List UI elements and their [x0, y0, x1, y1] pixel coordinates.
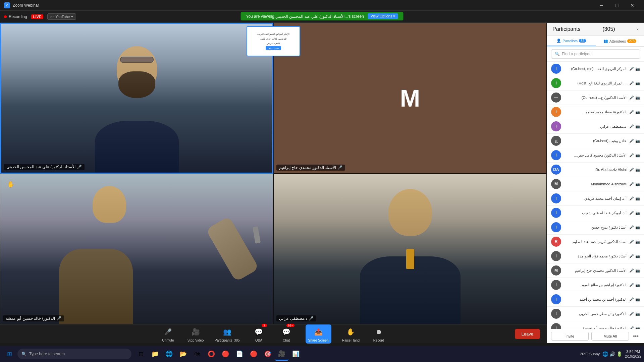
youtube-button[interactable]: on YouTube ▾ — [47, 13, 76, 20]
panel-count: (305) — [602, 26, 615, 32]
file-explorer-icon[interactable]: 📁 — [148, 347, 162, 361]
participant-icons: 🎤📷 — [629, 96, 640, 100]
store-icon[interactable]: 🛍 — [191, 347, 204, 361]
start-button[interactable]: ⊞ — [3, 347, 16, 361]
mic-status-icon: 🎤 — [629, 168, 634, 172]
app8-icon[interactable]: 🔴 — [247, 347, 260, 361]
app11-icon[interactable]: 📊 — [289, 347, 303, 361]
mic-status-icon: 🎤 — [629, 225, 634, 230]
mute-all-button[interactable]: Mute All — [591, 332, 629, 341]
participant-name: الدكتور/ إبراهيم بن صالح العبود — [564, 283, 627, 287]
participants-label: Participants 305 — [215, 339, 240, 342]
participant-item: Mالأستاذ الدكتور محمدي حاج إبراهيم🎤📷 — [547, 263, 644, 278]
participant-icons: 🎤📷 — [629, 67, 640, 71]
chat-icon: 💬 99+ — [280, 326, 292, 338]
taskbar: ⊞ 🔍 Type here to search ⊟ 📁 🌐 📂 🛍 ⭕ 🔴 📄 … — [0, 346, 644, 362]
participant-avatar: I — [551, 280, 561, 290]
participant-avatar: DA — [551, 165, 561, 175]
cell1-name: الأستاذ الدكتور/ علي عبد المحسن الحديني — [6, 165, 75, 169]
camera-status-icon: 📷 — [635, 268, 640, 273]
participant-item: Iأ.د. أبوبكر عبدالله علي شعيب🎤📷 — [547, 206, 644, 220]
view-options-button[interactable]: View Options ▾ — [368, 13, 398, 19]
participant-name: أستاذ الدكتورة/ ريم أحمد عبد العظيم — [564, 240, 627, 244]
mic-status-icon: 🎤 — [629, 268, 634, 273]
tab-panelists[interactable]: 👤 Panelists 32 — [547, 36, 596, 46]
speaker-icon: 🔊 — [609, 351, 615, 357]
participant-name: د.مصطفى عرابي — [564, 124, 627, 129]
battery-icon: 🔋 — [616, 351, 622, 357]
mic-status-icon: 🎤 — [629, 196, 634, 201]
camera-status-icon: 📷 — [635, 225, 640, 230]
participant-name: ... المركز التربوي للغة الع (Host) — [564, 81, 627, 85]
leave-button[interactable]: Leave — [515, 329, 540, 339]
share-screen-button[interactable]: 📤 Share Screen — [306, 324, 331, 344]
participant-item: Rأستاذ الدكتورة/ ريم أحمد عبد العظيم🎤📷 — [547, 235, 644, 249]
camera-status-icon: 📷 — [635, 240, 640, 244]
zoom-taskbar-icon[interactable]: 🎥 — [275, 347, 288, 361]
camera-status-icon: 📷 — [635, 81, 640, 85]
participant-name: المركز التربوي للغة... (Co-host, me) — [564, 67, 627, 71]
participant-item: Iد.مصطفى عرابي🎤📷 — [547, 119, 644, 134]
app9-icon[interactable]: 🎯 — [261, 347, 274, 361]
panelists-icon: 👤 — [556, 39, 561, 43]
attendees-icon: 👥 — [603, 39, 608, 43]
youtube-dropdown-icon: ▾ — [71, 14, 73, 19]
notification-text: You are viewing الأستاذ الدكتور/ علي عبد… — [246, 14, 364, 19]
mic-status-icon: 🎤 — [629, 283, 634, 287]
participant-icons: 🎤📷 — [629, 196, 640, 201]
tab-attendees[interactable]: 👥 Attendees 273 — [596, 36, 644, 46]
screen-share-thumbnail[interactable]: الإطار البرنامج لتعليم اللغة العربية للن… — [247, 26, 300, 56]
mic-status-icon: 🎤 — [629, 326, 634, 329]
stop-video-button[interactable]: 🎥 Stop Video — [187, 326, 204, 342]
notification-bar: Recording LIVE on YouTube ▾ You are view… — [0, 11, 644, 23]
chat-button[interactable]: 💬 99+ Chat — [278, 326, 295, 342]
participant-avatar: I — [551, 208, 561, 218]
taskbar-right: 26°C Sunny 🌐 🔊 🔋 3:54 PM 2/19/2022 — [580, 349, 641, 359]
app7-icon[interactable]: 📄 — [233, 347, 246, 361]
avatar-M: M — [274, 23, 546, 173]
participant-icons: 🎤📷 — [629, 225, 640, 230]
mic-icon-3: 🎤 — [56, 316, 61, 321]
record-button[interactable]: ⏺ Record — [370, 326, 387, 342]
qa-button[interactable]: 💬 3 Q&A — [251, 326, 267, 342]
taskbar-search-placeholder: Type here to search — [29, 352, 65, 356]
participant-icons: 🎤📷 — [629, 139, 640, 143]
participants-button[interactable]: 👥 Participants 305 — [215, 326, 240, 342]
task-view-button[interactable]: ⊟ — [134, 347, 148, 361]
participant-icons: 🎤📷 — [629, 124, 640, 129]
search-input-wrapper[interactable]: 🔍 Find a participant — [551, 49, 640, 59]
collapse-icon[interactable]: ‹ — [637, 26, 639, 32]
participant-item: Iالدكتور/ وائل مطر حسن الحربي🎤📷 — [547, 307, 644, 321]
taskbar-search-bar[interactable]: 🔍 Type here to search — [17, 349, 131, 359]
app5-icon[interactable]: ⭕ — [205, 347, 218, 361]
more-options-button[interactable]: ••• — [632, 332, 640, 341]
maximize-button[interactable]: □ — [609, 0, 625, 11]
participant-avatar: M — [551, 179, 561, 189]
participant-avatar: I — [551, 251, 561, 261]
app6-icon[interactable]: 🔴 — [219, 347, 232, 361]
unmute-label: Unmute — [162, 339, 174, 342]
participant-item: Iالمركز التربوي للغة... (Co-host, me)🎤📷 — [547, 62, 644, 76]
camera-status-icon: 📷 — [635, 139, 640, 143]
taskbar-app-icons: ⊟ 📁 🌐 📂 🛍 ⭕ 🔴 📄 🔴 🎯 🎥 📊 — [134, 347, 303, 361]
edge-icon[interactable]: 🌐 — [162, 347, 176, 361]
video-label-3: 🎤 الدكتور/ خالد حسين أبو عمشة — [3, 315, 64, 321]
participant-name: أستاذ دكتور/ بدوح حسن — [564, 225, 627, 230]
folder-icon[interactable]: 📂 — [176, 347, 190, 361]
unmute-button[interactable]: 🎤 Unmute — [160, 326, 176, 342]
thumb-arabic-line1: الإطار البرنامج لتعليم اللغة العربية — [257, 33, 289, 36]
window-controls[interactable]: ─ □ ✕ — [594, 0, 640, 11]
attendees-label: Attendees — [609, 39, 626, 43]
participants-icon: 👥 — [221, 326, 233, 338]
video-label-1: 🎤 الأستاذ الدكتور/ علي عبد المحسن الحدين… — [4, 164, 85, 170]
time-display: 3:54 PM — [625, 349, 641, 354]
close-button[interactable]: ✕ — [625, 0, 640, 11]
participant-item: Iالأستاذ الدكتور/ محمود كامل حص...🎤📷 — [547, 148, 644, 163]
mic-icon-1: 🎤 — [77, 165, 82, 169]
participant-avatar: I — [551, 294, 561, 304]
record-label: Record — [373, 339, 384, 342]
cell3-name: الدكتور/ خالد حسين أبو عمشة — [6, 316, 55, 321]
raise-hand-button[interactable]: ✋ Raise Hand — [342, 326, 360, 342]
invite-button[interactable]: Invite — [551, 332, 589, 341]
minimize-button[interactable]: ─ — [594, 0, 609, 11]
